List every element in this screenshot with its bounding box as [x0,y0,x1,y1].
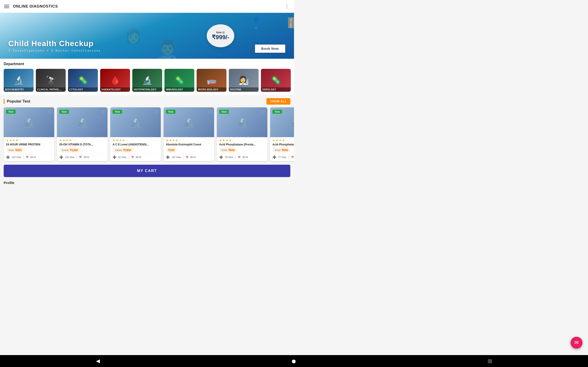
test-meta: ➕ 79 View | 📅 48 Hr. [217,154,267,161]
banner-decor-dots [254,17,259,29]
views-count: 77 View [278,156,286,158]
dept-card-haematology[interactable]: 🩸HAEMATOLOGY [100,69,130,92]
test-name: Absolute Eosinophil Count [164,142,214,147]
views-count: 81 View [118,156,126,158]
test-badge: Test [166,110,175,114]
calendar-icon: 📅 [291,156,294,158]
calendar-icon: 📅 [131,156,134,158]
test-price: ₹700 ₹650 [270,147,294,154]
dept-card-label-routine: ROUTINE [229,87,259,92]
favorite-icon[interactable]: ♡ [261,110,265,115]
meta-divider: | [288,155,289,159]
dept-card-routine[interactable]: 👩‍🔬ROUTINE [229,69,259,92]
test-price: ₹2000 ₹1800 [110,147,161,154]
top-bar: ONLINE DIAGNOSTICS ⋮ [0,0,294,13]
calendar-icon: 📅 [238,156,241,158]
test-card-img-1: 🔬Test♡ [57,107,107,137]
test-name: A C E Level (ANGIOTENSI... [110,142,161,147]
favorite-icon[interactable]: ♡ [48,110,52,115]
test-card[interactable]: 🔬Test♡★★★★☆Acid Phosphatase (Total)₹700 … [270,107,294,161]
test-card[interactable]: 🔬Test♡★★★★☆A C E Level (ANGIOTENSI...₹20… [110,107,161,161]
test-price: ₹1400 ₹1250 [57,147,107,154]
test-card[interactable]: 🔬Test♡★★★★☆25-OH VITAMIN D (TOTA...₹1400… [57,107,107,161]
add-to-cart-icon[interactable]: ➕ [59,155,63,159]
test-badge: Test [112,110,122,114]
test-card[interactable]: 🔬Test♡★★★★☆Absolute Eosinophil Count₹100… [164,107,214,161]
calendar-icon: 📅 [79,156,82,158]
add-to-cart-icon[interactable]: ➕ [272,155,276,159]
my-cart-bar[interactable]: MY CART [4,165,290,177]
app-title: ONLINE DIAGNOSTICS [13,4,58,9]
test-card[interactable]: 🔬Test♡★★★★☆Acid Phosphatase (Prosta...₹7… [217,107,267,161]
hours-value: 48 Hr. [84,156,90,158]
dept-card-label-immunology: IMMUNOLOGY [164,87,194,92]
dept-card-label-cytology: CYTOLOGY [68,87,98,92]
test-name: 25-OH VITAMIN D (TOTA... [57,142,107,147]
banner: 👨‍⚕️ 👩 Child Health Checkup 7 Investigat… [0,13,294,59]
dept-card-label-haematology: HAEMATOLOGY [100,87,130,92]
test-card-img-2: 🔬Test♡ [110,107,161,137]
more-options-menu[interactable]: ⋮ [284,3,290,9]
test-card[interactable]: 🔬Test♡★★★★☆24 HOUR URINE PROTIEN₹300 ₹25… [4,107,54,161]
calendar-icon: 📅 [26,156,28,158]
test-price: ₹700 ₹650 [217,147,267,154]
dept-card-label-clinical: CLINICAL PATHOL... [36,87,66,92]
dept-card-biochemistry[interactable]: 🔬BIOCHEMISTRY [4,69,34,92]
add-to-cart-icon[interactable]: ➕ [166,155,170,159]
dept-card-serology[interactable]: 🦠SEROLOGY [261,69,291,92]
test-name: Acid Phosphatase (Prosta... [217,142,267,147]
test-badge: Test [6,110,16,114]
book-now-button[interactable]: Book Now [254,44,286,53]
test-badge: Test [59,110,69,114]
views-count: 131 View [65,156,74,158]
hamburger-menu[interactable] [4,5,9,8]
dept-card-clinical[interactable]: 🔭CLINICAL PATHOL... [36,69,66,92]
test-meta: ➕ 143 View | 📅 48 Hr. [4,154,54,161]
test-meta: ➕ 142 View | 📅 48 Hr. [164,154,214,161]
profile-section: Profile [0,179,294,186]
banner-patient-image: 👩 [110,13,156,59]
test-stars-1: ★★★★☆ [57,137,107,142]
meta-divider: | [128,155,129,159]
add-to-cart-icon[interactable]: ➕ [112,155,116,159]
test-badge: Test [272,110,282,114]
show-all-button[interactable]: SHOW ALL [267,98,290,105]
test-stars-0: ★★★★☆ [4,137,54,142]
popular-test-header: Popular Test SHOW ALL [0,95,294,106]
favorite-icon[interactable]: ♡ [208,110,212,115]
dept-card-microbiology[interactable]: 🧫MICRO-BIOLOGY [197,69,226,92]
banner-title: Child Health Checkup [8,39,101,48]
views-count: 142 View [172,156,181,158]
test-card-img-3: 🔬Test♡ [164,107,214,137]
calendar-icon: 📅 [186,156,188,158]
dept-card-label-serology: SEROLOGY [261,87,291,92]
dept-card-histopathology[interactable]: 🔬HISTOPATHOLOGY [132,69,162,92]
dept-card-label-microbiology: MICRO-BIOLOGY [197,87,226,92]
hours-value: 48 Hr. [136,156,142,158]
dept-card-immunology[interactable]: 🦠IMMUNOLOGY [164,69,194,92]
test-stars-4: ★★★★☆ [217,137,267,142]
banner-price: ₹999/- [212,34,229,41]
favorite-icon[interactable]: ♡ [155,110,158,115]
dept-card-cytology[interactable]: 🦠CYTOLOGY [68,69,98,92]
hours-value: 48 Hr. [242,156,249,158]
department-scroll: 🔬BIOCHEMISTRY🔭CLINICAL PATHOL...🦠CYTOLOG… [0,68,294,95]
dept-card-label-biochemistry: BIOCHEMISTRY [4,87,34,92]
top-bar-left: ONLINE DIAGNOSTICS [4,4,58,9]
test-card-img-5: 🔬Test♡ [270,107,294,137]
test-price: ₹300 ₹250 [4,147,54,154]
hours-value: 48 Hr. [190,156,196,158]
test-stars-5: ★★★★☆ [270,137,294,142]
add-to-cart-icon[interactable]: ➕ [219,155,223,159]
popular-accent-bar [4,99,5,104]
test-name: Acid Phosphatase (Total) [270,142,294,147]
hours-value: 48 Hr. [30,156,36,158]
test-stars-3: ★★★★☆ [164,137,214,142]
popular-title-wrap: Popular Test [4,99,30,104]
add-to-cart-icon[interactable]: ➕ [6,155,10,159]
test-stars-2: ★★★★☆ [110,137,161,142]
views-count: 79 View [225,156,233,158]
meta-divider: | [23,155,24,159]
banner-tbc: T&C Apply [288,17,294,28]
favorite-icon[interactable]: ♡ [102,110,105,115]
